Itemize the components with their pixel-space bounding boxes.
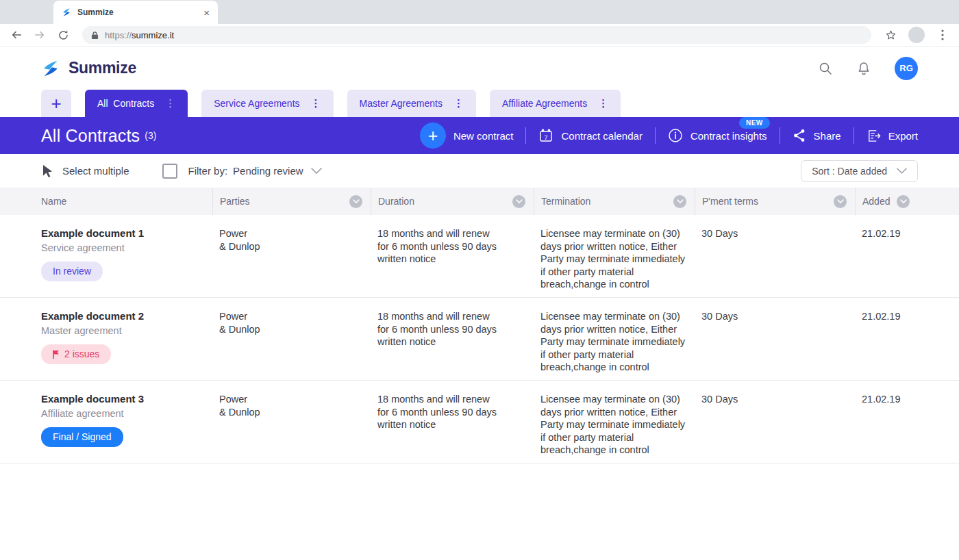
- divider: [854, 127, 854, 144]
- column-filter-icon[interactable]: [834, 195, 847, 208]
- tab-label: Master Agreements: [360, 98, 443, 109]
- payment-terms-cell: 30 Days: [695, 393, 855, 463]
- column-header-payment-terms[interactable]: P'ment terms: [695, 188, 855, 215]
- forward-icon[interactable]: [30, 25, 49, 44]
- chevron-down-icon: [897, 168, 907, 174]
- column-header-termination[interactable]: Termination: [534, 188, 695, 215]
- termination-cell: Licensee may terminate on (30) days prio…: [534, 227, 695, 297]
- tab-label: All Contracts: [97, 98, 154, 109]
- tab-label: Affiliate Agreements: [502, 98, 587, 109]
- added-cell: 21.02.19: [855, 227, 918, 297]
- column-filter-icon[interactable]: [349, 195, 362, 208]
- duration-cell: 18 months and will renew for 6 month unl…: [371, 227, 534, 297]
- document-title[interactable]: Example document 3: [41, 393, 212, 406]
- plus-icon: +: [420, 123, 446, 149]
- column-filter-icon[interactable]: [673, 195, 686, 208]
- new-contract-button[interactable]: + New contract: [420, 123, 514, 149]
- name-cell: Example document 2 Master agreement 2 is…: [41, 310, 212, 380]
- lock-icon: [91, 31, 99, 40]
- contract-tabs: + All Contracts ⋮ Service Agreements ⋮ M…: [0, 90, 959, 117]
- tab-all-contracts[interactable]: All Contracts ⋮: [85, 90, 188, 117]
- reload-icon[interactable]: [53, 25, 73, 44]
- column-header-duration[interactable]: Duration: [371, 188, 534, 215]
- document-title[interactable]: Example document 2: [41, 310, 212, 323]
- duration-cell: 18 months and will renew for 6 month unl…: [371, 310, 534, 380]
- summize-logo-icon: [41, 59, 60, 78]
- tab-menu-icon[interactable]: ⋮: [453, 97, 464, 110]
- name-cell: Example document 1 Service agreement In …: [41, 227, 212, 297]
- notifications-bell-icon[interactable]: [856, 61, 871, 76]
- contract-insights-button[interactable]: NEW Contract insights: [668, 128, 767, 143]
- page-title: All Contracts: [41, 126, 140, 146]
- url-bar[interactable]: https://summize.it: [82, 26, 871, 44]
- chevron-down-icon: [311, 168, 322, 174]
- payment-terms-cell: 30 Days: [695, 227, 855, 297]
- table-header: Name Parties Duration Termination P'ment…: [0, 188, 959, 215]
- share-button[interactable]: Share: [793, 129, 841, 142]
- column-header-name[interactable]: Name: [41, 188, 212, 215]
- user-avatar[interactable]: RG: [895, 57, 918, 80]
- filter-by-dropdown[interactable]: Filter by: Pending review: [188, 165, 322, 177]
- parties-cell: Power & Dunlop: [212, 393, 371, 463]
- contract-calendar-button[interactable]: 7 Contract calendar: [538, 128, 642, 143]
- search-icon[interactable]: [818, 61, 833, 76]
- duration-cell: 18 months and will renew for 6 month unl…: [371, 393, 534, 463]
- document-title[interactable]: Example document 1: [41, 227, 212, 240]
- column-header-parties[interactable]: Parties: [212, 188, 371, 215]
- brand-name: Summize: [68, 59, 136, 77]
- tab-menu-icon[interactable]: ⋮: [598, 97, 608, 110]
- document-type: Service agreement: [41, 242, 212, 255]
- favicon-summize-icon: [62, 8, 71, 17]
- status-badge: Final / Signed: [41, 427, 123, 447]
- added-cell: 21.02.19: [855, 393, 918, 463]
- app-header: Summize RG: [0, 47, 959, 90]
- brand[interactable]: Summize: [41, 59, 136, 78]
- tab-menu-icon[interactable]: ⋮: [165, 97, 175, 110]
- url-host: summize.it: [132, 30, 174, 40]
- name-cell: Example document 3 Affiliate agreement F…: [41, 393, 212, 463]
- tab-menu-icon[interactable]: ⋮: [311, 97, 321, 110]
- back-icon[interactable]: [7, 25, 26, 44]
- filter-value: Pending review: [233, 165, 303, 177]
- divider: [525, 127, 526, 144]
- tab-service-agreements[interactable]: Service Agreements ⋮: [201, 90, 333, 117]
- column-header-added[interactable]: Added: [855, 188, 918, 215]
- share-icon: [793, 129, 806, 142]
- export-button[interactable]: Export: [867, 129, 918, 143]
- column-filter-icon[interactable]: [512, 195, 525, 208]
- info-icon: [668, 128, 683, 143]
- tab-master-agreements[interactable]: Master Agreements ⋮: [347, 90, 476, 117]
- divider: [655, 127, 656, 144]
- filter-row: Select multiple Filter by: Pending revie…: [0, 154, 959, 188]
- table-row[interactable]: Example document 3 Affiliate agreement F…: [0, 381, 959, 463]
- calendar-icon: 7: [538, 128, 553, 143]
- select-multiple-button[interactable]: Select multiple: [41, 164, 129, 178]
- export-icon: [867, 129, 881, 143]
- table-row[interactable]: Example document 2 Master agreement 2 is…: [0, 298, 959, 381]
- tab-label: Service Agreements: [214, 98, 299, 109]
- browser-menu-icon[interactable]: [933, 25, 952, 44]
- tab-affiliate-agreements[interactable]: Affiliate Agreements ⋮: [490, 90, 621, 117]
- termination-cell: Licensee may terminate on (30) days prio…: [534, 310, 695, 380]
- browser-tab[interactable]: Summize ×: [53, 1, 218, 24]
- browser-profile-avatar[interactable]: [908, 27, 925, 43]
- tab-close-icon[interactable]: ×: [203, 8, 210, 18]
- bookmark-star-icon[interactable]: [881, 25, 900, 44]
- filter-checkbox[interactable]: [162, 164, 177, 179]
- column-filter-icon[interactable]: [897, 195, 910, 208]
- action-bar: All Contracts (3) + New contract 7 Contr…: [0, 117, 959, 154]
- sort-dropdown[interactable]: Sort : Date added: [801, 160, 918, 182]
- document-type: Master agreement: [41, 324, 212, 338]
- status-badge: In review: [41, 262, 103, 281]
- browser-tab-strip: Summize ×: [0, 0, 959, 24]
- svg-text:7: 7: [545, 134, 548, 141]
- add-tab-button[interactable]: +: [41, 90, 71, 117]
- added-cell: 21.02.19: [855, 310, 918, 380]
- cursor-pointer-icon: [41, 164, 55, 178]
- payment-terms-cell: 30 Days: [695, 310, 855, 380]
- parties-cell: Power & Dunlop: [212, 227, 371, 297]
- flag-icon: [53, 350, 60, 359]
- table-row[interactable]: Example document 1 Service agreement In …: [0, 215, 959, 298]
- document-type: Affiliate agreement: [41, 407, 212, 420]
- browser-tab-title: Summize: [77, 8, 197, 17]
